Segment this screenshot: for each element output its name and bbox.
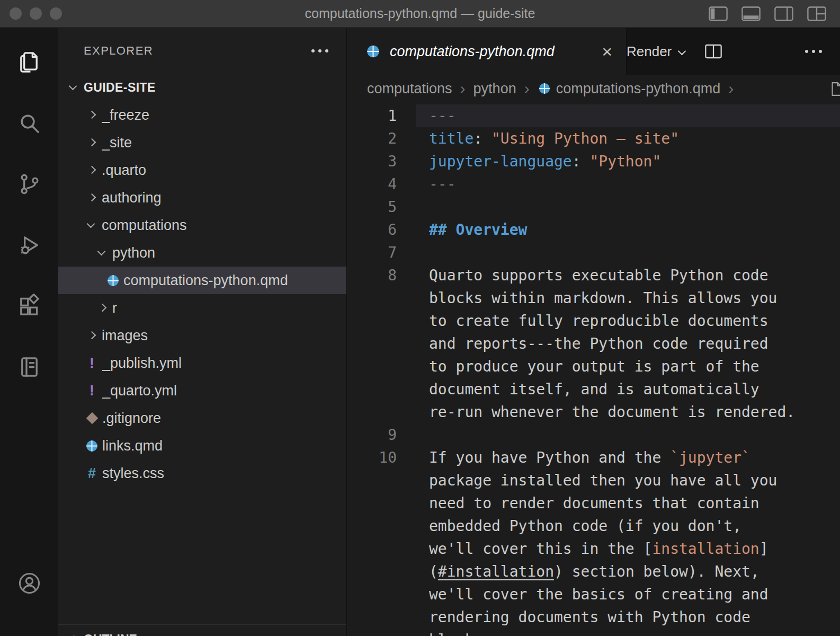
tree-item--quarto[interactable]: .quarto xyxy=(58,156,346,184)
render-button[interactable]: Render xyxy=(627,43,686,60)
code-row[interactable]: rendering documents with Python code xyxy=(347,606,840,629)
tree-item-label: python xyxy=(112,245,155,261)
code-row[interactable]: 3jupyter-language: "Python" xyxy=(347,150,840,173)
layout-editor-grid-icon[interactable] xyxy=(807,6,826,21)
tree-item-links-qmd[interactable]: links.qmd xyxy=(58,432,346,460)
tree-item--freeze[interactable]: _freeze xyxy=(58,101,346,129)
code-row[interactable]: 6## Overview xyxy=(347,218,840,241)
code-row[interactable]: 9 xyxy=(347,423,840,446)
line-number: 6 xyxy=(347,218,416,241)
activity-bar xyxy=(0,28,58,636)
code-row[interactable]: to produce your output is part of the xyxy=(347,355,840,378)
code-row[interactable]: re-run whenever the document is rendered… xyxy=(347,401,840,423)
explorer-title: EXPLORER xyxy=(84,44,153,58)
close-window-button[interactable] xyxy=(10,7,22,20)
tree-item-authoring[interactable]: authoring xyxy=(58,184,346,211)
line-number xyxy=(347,401,416,423)
breadcrumb-separator-icon: › xyxy=(524,81,530,96)
explorer-more-actions-icon[interactable] xyxy=(311,49,328,52)
line-number: 9 xyxy=(347,423,416,446)
tab-bar: computations-python.qmd × Render xyxy=(347,28,840,75)
code-row[interactable]: we'll cover the basics of creating and xyxy=(347,583,840,606)
tree-item-python[interactable]: python xyxy=(58,239,346,267)
code-row[interactable]: blocks within markdown. This allows you xyxy=(347,287,840,310)
outline-section-header[interactable]: OUTLINE xyxy=(58,624,346,636)
line-number xyxy=(347,629,416,636)
code-row[interactable]: 7 xyxy=(347,241,840,264)
code-row[interactable]: 2title: "Using Python — site" xyxy=(347,127,840,150)
css-file-icon: # xyxy=(85,466,99,481)
tree-item-images[interactable]: images xyxy=(58,322,346,349)
code-row[interactable]: and reports---the Python code required xyxy=(347,332,840,355)
code-editor[interactable]: 1---2title: "Using Python — site"3jupyte… xyxy=(347,102,840,636)
code-row[interactable]: blocks. xyxy=(347,629,840,636)
tree-item-label: r xyxy=(112,300,117,316)
line-number xyxy=(347,560,416,583)
breadcrumb-folder[interactable]: python xyxy=(473,81,516,97)
tree-item--site[interactable]: _site xyxy=(58,129,346,156)
code-text: blocks. xyxy=(416,629,840,636)
tree-root-guide-site[interactable]: GUIDE-SITE xyxy=(58,74,346,101)
line-number: 5 xyxy=(347,196,416,218)
explorer-header: EXPLORER xyxy=(58,28,346,74)
tree-item-computations-python-qmd[interactable]: computations-python.qmd xyxy=(58,267,346,294)
breadcrumb-folder[interactable]: computations xyxy=(367,81,452,97)
line-number: 10 xyxy=(347,446,416,469)
tree-item-styles-css[interactable]: #styles.css xyxy=(58,460,346,487)
code-row[interactable]: 8Quarto supports executable Python code xyxy=(347,264,840,287)
minimize-window-button[interactable] xyxy=(30,7,42,20)
code-row[interactable]: 4--- xyxy=(347,173,840,196)
tree-item-computations[interactable]: computations xyxy=(58,211,346,239)
chevron-right-icon xyxy=(85,191,99,205)
tree-item-label: computations-python.qmd xyxy=(123,272,288,289)
close-tab-icon[interactable]: × xyxy=(602,42,612,60)
line-number xyxy=(347,583,416,606)
activity-bar-run-debug[interactable] xyxy=(0,215,58,276)
tree-item--quarto-yml[interactable]: !_quarto.yml xyxy=(58,377,346,404)
code-row[interactable]: 1--- xyxy=(347,104,840,127)
activity-bar-search[interactable] xyxy=(0,93,58,154)
code-row[interactable]: embedded Python code (if you don't, xyxy=(347,515,840,537)
line-number xyxy=(347,332,416,355)
tree-item--gitignore[interactable]: .gitignore xyxy=(58,404,346,432)
extensions-icon xyxy=(17,294,42,319)
tab-computations-python-qmd[interactable]: computations-python.qmd × xyxy=(347,28,627,75)
code-text: need to render documents that contain xyxy=(416,492,840,515)
breadcrumb-file[interactable]: computations-python.qmd xyxy=(556,81,721,97)
line-number xyxy=(347,492,416,515)
quarto-file-icon xyxy=(85,439,99,453)
layout-panel-icon[interactable] xyxy=(741,6,761,21)
code-row[interactable]: package installed then you have all you xyxy=(347,469,840,492)
editor-more-actions-icon[interactable] xyxy=(805,50,822,53)
activity-bar-source-control[interactable] xyxy=(0,154,58,215)
line-number xyxy=(347,310,416,332)
zoom-window-button[interactable] xyxy=(50,7,62,20)
code-row[interactable]: 10If you have Python and the `jupyter` xyxy=(347,446,840,469)
tree-item-r[interactable]: r xyxy=(58,294,346,322)
code-row[interactable]: to create fully reproducible documents xyxy=(347,310,840,332)
code-text: embedded Python code (if you don't, xyxy=(416,515,840,537)
activity-bar-extensions[interactable] xyxy=(0,276,58,337)
activity-bar-notebook[interactable] xyxy=(0,337,58,398)
activity-bar-account[interactable] xyxy=(0,553,58,614)
code-row[interactable]: 5 xyxy=(347,196,840,218)
split-editor-icon[interactable] xyxy=(705,43,722,59)
code-row[interactable]: we'll cover this in the [installation] xyxy=(347,537,840,560)
chevron-right-icon xyxy=(85,163,99,177)
code-text: blocks within markdown. This allows you xyxy=(416,287,840,310)
code-row[interactable]: document itself, and is automatically xyxy=(347,378,840,401)
chevron-right-icon xyxy=(85,108,99,122)
code-text: --- xyxy=(416,104,840,127)
line-number: 8 xyxy=(347,264,416,287)
layout-sidebar-right-icon[interactable] xyxy=(774,6,793,21)
code-row[interactable]: (#installation) section below). Next, xyxy=(347,560,840,583)
code-row[interactable]: need to render documents that contain xyxy=(347,492,840,515)
workbench: EXPLORER GUIDE-SITE _freeze_site.quartoa… xyxy=(0,28,840,636)
tree-item-label: computations xyxy=(102,217,187,234)
layout-sidebar-left-icon[interactable] xyxy=(709,6,728,21)
activity-bar-explorer[interactable] xyxy=(0,32,58,93)
tree-item--publish-yml[interactable]: !_publish.yml xyxy=(58,349,346,377)
line-number xyxy=(347,537,416,560)
tree-item-label: styles.css xyxy=(102,465,164,482)
source-control-icon xyxy=(17,172,42,197)
